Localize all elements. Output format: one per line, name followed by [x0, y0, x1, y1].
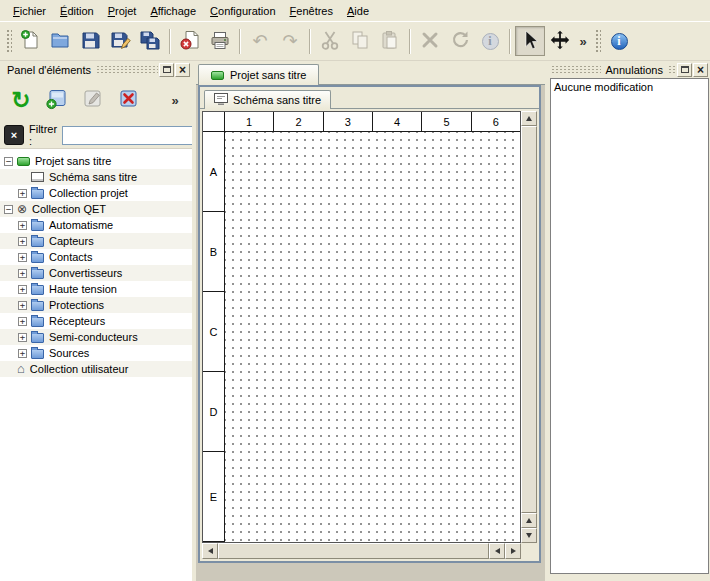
expand-icon[interactable]: + — [18, 285, 27, 294]
save-as-button[interactable] — [105, 26, 135, 56]
ruler-column: 5 — [422, 112, 471, 131]
undo-history-list[interactable]: Aucune modification — [550, 78, 709, 574]
tree-item-collection-qet[interactable]: − ⊗ Collection QET — [0, 201, 192, 217]
collapse-icon[interactable]: − — [4, 157, 13, 166]
print-button[interactable] — [205, 26, 235, 56]
cursor-arrow-icon — [519, 29, 541, 54]
menu-projet[interactable]: Projet — [101, 2, 144, 20]
paste-button[interactable] — [375, 26, 405, 56]
schema-tab[interactable]: Schéma sans titre — [204, 90, 331, 109]
diagram-view[interactable]: 1 2 3 4 5 6 A B C D E — [202, 111, 521, 543]
element-info-button[interactable]: i — [475, 26, 505, 56]
cut-button[interactable] — [315, 26, 345, 56]
horizontal-scroll-thumb[interactable] — [218, 543, 489, 559]
edit-element-button[interactable] — [78, 85, 108, 115]
undo-dock-titlebar[interactable]: Annulations × — [549, 61, 710, 78]
tree-item-label: Capteurs — [49, 235, 94, 247]
expand-icon[interactable]: + — [18, 349, 27, 358]
tree-item-capteurs[interactable]: + Capteurs — [0, 233, 192, 249]
close-dock-button[interactable]: × — [175, 63, 190, 77]
expand-icon[interactable]: + — [18, 317, 27, 326]
menu-edition[interactable]: Édition — [53, 2, 101, 20]
expand-icon[interactable]: + — [18, 333, 27, 342]
tree-item-schema[interactable]: Schéma sans titre — [0, 169, 192, 185]
filter-input[interactable] — [62, 126, 212, 145]
tree-item-recepteurs[interactable]: + Récepteurs — [0, 313, 192, 329]
scroll-up-button[interactable] — [521, 111, 537, 126]
expand-icon[interactable]: + — [18, 269, 27, 278]
project-tab[interactable]: Projet sans titre — [198, 64, 319, 85]
tree-item-automatisme[interactable]: + Automatisme — [0, 217, 192, 233]
mdi-region: Projet sans titre Schéma sans titre — [196, 61, 545, 581]
menu-configuration[interactable]: Configuration — [203, 2, 282, 20]
panel-extension-button[interactable]: » — [166, 85, 184, 115]
filter-label: Filtrer : — [29, 123, 57, 147]
diagram-viewport: 1 2 3 4 5 6 A B C D E — [202, 111, 537, 559]
tree-item-label: Projet sans titre — [35, 155, 111, 167]
delete-icon — [419, 29, 441, 54]
expand-icon[interactable]: + — [18, 253, 27, 262]
tree-item-collection-projet[interactable]: + Collection projet — [0, 185, 192, 201]
scroll-left-button[interactable] — [202, 543, 218, 559]
vertical-scrollbar[interactable] — [521, 111, 537, 543]
delete-element-button[interactable] — [114, 85, 144, 115]
collapse-icon[interactable]: − — [4, 205, 13, 214]
save-all-button[interactable] — [135, 26, 165, 56]
open-file-button[interactable] — [45, 26, 75, 56]
folder-icon — [31, 333, 44, 343]
menu-fenetres[interactable]: Fenêtres — [283, 2, 340, 20]
redo-button[interactable]: ↷ — [275, 26, 305, 56]
elements-tree[interactable]: − Projet sans titre Schéma sans titre + … — [0, 148, 192, 581]
delete-button[interactable] — [415, 26, 445, 56]
menu-affichage[interactable]: Affichage — [143, 2, 203, 20]
tree-item-label: Semi-conducteurs — [49, 331, 138, 343]
expand-icon[interactable]: + — [18, 221, 27, 230]
tree-item-contacts[interactable]: + Contacts — [0, 249, 192, 265]
float-dock-button[interactable] — [677, 63, 692, 77]
toolbar-handle[interactable] — [5, 28, 12, 54]
scroll-down-button[interactable] — [521, 528, 537, 543]
tree-item-semi-conducteurs[interactable]: + Semi-conducteurs — [0, 329, 192, 345]
clear-filter-icon: × — [11, 130, 17, 141]
about-qet-button[interactable]: i — [604, 26, 634, 56]
toolbar-extension-button[interactable]: » — [575, 26, 591, 56]
new-document-button[interactable] — [15, 26, 45, 56]
copy-button[interactable] — [345, 26, 375, 56]
scroll-up-button[interactable] — [521, 513, 537, 528]
scroll-right-button[interactable] — [505, 543, 521, 559]
dock-grip — [96, 65, 158, 74]
tree-item-protections[interactable]: + Protections — [0, 297, 192, 313]
tree-item-sources[interactable]: + Sources — [0, 345, 192, 361]
undo-button[interactable]: ↶ — [245, 26, 275, 56]
toolbar-handle[interactable] — [594, 28, 601, 54]
menu-aide[interactable]: Aide — [340, 2, 376, 20]
horizontal-scrollbar[interactable] — [202, 543, 521, 559]
vertical-scroll-thumb[interactable] — [521, 126, 537, 513]
close-file-icon — [179, 29, 201, 54]
tree-item-project[interactable]: − Projet sans titre — [0, 153, 192, 169]
rotate-icon — [449, 29, 471, 54]
elements-panel-dock: Panel d'éléments × ↻ » — [0, 61, 192, 581]
arrow-right-icon — [511, 548, 516, 554]
float-dock-button[interactable] — [159, 63, 174, 77]
pan-tool-button[interactable] — [545, 26, 575, 56]
rotate-button[interactable] — [445, 26, 475, 56]
menu-fichier[interactable]: Fichier — [6, 2, 53, 20]
diagram-grid[interactable] — [225, 132, 520, 542]
tree-item-haute-tension[interactable]: + Haute tension — [0, 281, 192, 297]
scroll-left-button[interactable] — [489, 543, 505, 559]
clear-filter-button[interactable]: × — [4, 125, 24, 145]
tree-item-label: Haute tension — [49, 283, 117, 295]
expand-icon[interactable]: + — [18, 189, 27, 198]
close-dock-button[interactable]: × — [693, 63, 708, 77]
close-file-button[interactable] — [175, 26, 205, 56]
tree-item-collection-utilisateur[interactable]: ⌂ Collection utilisateur — [0, 361, 192, 377]
new-element-button[interactable] — [42, 85, 72, 115]
expand-icon[interactable]: + — [18, 237, 27, 246]
selection-tool-button[interactable] — [515, 26, 545, 56]
save-button[interactable] — [75, 26, 105, 56]
reload-collections-button[interactable]: ↻ — [6, 85, 36, 115]
tree-item-convertisseurs[interactable]: + Convertisseurs — [0, 265, 192, 281]
elements-panel-titlebar[interactable]: Panel d'éléments × — [0, 61, 192, 78]
expand-icon[interactable]: + — [18, 301, 27, 310]
